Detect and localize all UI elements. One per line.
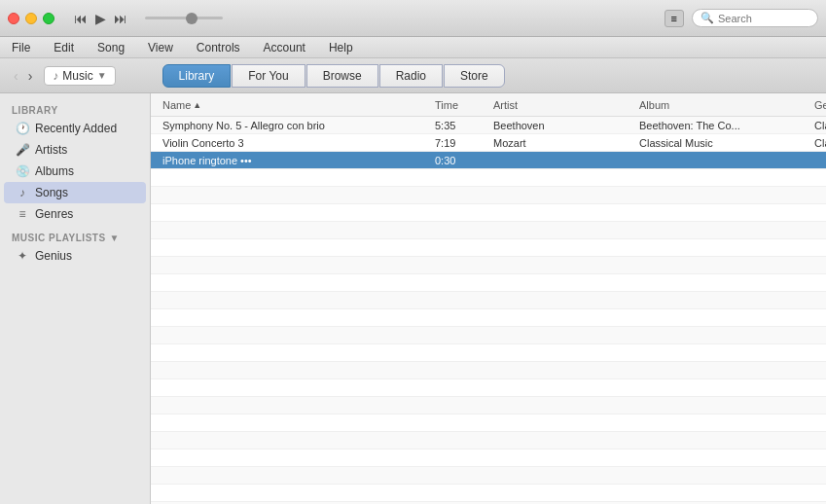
cell-album: Classical Music [635, 135, 810, 151]
tab-store[interactable]: Store [444, 64, 505, 88]
search-icon: 🔍 [700, 12, 714, 24]
sidebar-artists-label: Artists [35, 143, 67, 157]
col-album-label: Album [639, 99, 669, 111]
menu-edit[interactable]: Edit [50, 41, 78, 54]
empty-row [151, 222, 826, 239]
cell-genre [810, 159, 826, 162]
forward-button[interactable]: › [24, 66, 37, 86]
sidebar-genius-label: Genius [35, 249, 72, 263]
menu-account[interactable]: Account [260, 41, 309, 54]
col-name[interactable]: Name ▲ [159, 97, 431, 113]
genres-icon: ≡ [16, 207, 29, 221]
tab-library[interactable]: Library [162, 64, 232, 88]
empty-row [151, 257, 826, 274]
cell-time: 7:19 [431, 135, 489, 151]
col-time-label: Time [435, 99, 458, 111]
cell-artist [489, 159, 635, 162]
menu-song[interactable]: Song [93, 41, 128, 54]
empty-row [151, 450, 826, 467]
menu-bar: File Edit Song View Controls Account Hel… [0, 37, 826, 58]
next-button[interactable]: ⏭ [114, 11, 127, 26]
cell-name: Symphony No. 5 - Allegro con brio [159, 118, 431, 133]
music-icon: ♪ [53, 69, 58, 83]
list-view-button[interactable]: ≡ [664, 10, 684, 27]
col-genre[interactable]: Genre [810, 97, 826, 113]
empty-row [151, 467, 826, 485]
genius-icon: ✦ [16, 249, 29, 263]
col-album[interactable]: Album [635, 97, 810, 113]
playlists-section-label[interactable]: Music Playlists ▼ [0, 225, 150, 245]
title-bar: ⏮ ▶ ⏭ ≡ 🔍 [0, 0, 826, 37]
empty-row [151, 432, 826, 450]
library-section-label: Library [0, 101, 150, 118]
empty-row [151, 379, 826, 397]
sidebar-recently-added-label: Recently Added [35, 122, 117, 135]
close-button[interactable] [8, 13, 19, 24]
cell-genre: Classical [810, 135, 826, 151]
title-bar-right: ≡ 🔍 [664, 9, 818, 27]
sidebar-item-albums[interactable]: 💿 Albums [4, 161, 146, 182]
albums-icon: 💿 [16, 164, 29, 178]
sidebar-item-genius[interactable]: ✦ Genius [4, 245, 146, 267]
search-input[interactable] [718, 13, 809, 24]
table-row[interactable]: Violin Concerto 3 7:19 Mozart Classical … [151, 134, 826, 152]
prev-button[interactable]: ⏮ [74, 11, 88, 26]
col-genre-label: Genre [814, 99, 826, 111]
cell-album: Beethoven: The Co... [635, 118, 810, 133]
search-box[interactable]: 🔍 [692, 9, 818, 27]
empty-row [151, 187, 826, 204]
play-button[interactable]: ▶ [95, 11, 106, 26]
window-controls [8, 13, 54, 24]
cell-time: 0:30 [431, 153, 489, 168]
sidebar-item-recently-added[interactable]: 🕐 Recently Added [4, 118, 146, 139]
tab-group: Library For You Browse Radio Store [162, 64, 505, 88]
location-box[interactable]: ♪ Music ▼ [44, 66, 115, 86]
sidebar-item-artists[interactable]: 🎤 Artists [4, 139, 146, 161]
menu-view[interactable]: View [144, 41, 177, 54]
tab-for-you[interactable]: For You [232, 64, 305, 88]
nav-arrows: ‹ › [10, 66, 36, 86]
col-name-label: Name [162, 99, 191, 111]
col-time[interactable]: Time [431, 97, 489, 113]
menu-controls[interactable]: Controls [193, 41, 244, 54]
minimize-button[interactable] [25, 13, 37, 24]
recently-added-icon: 🕐 [16, 122, 29, 135]
table-row[interactable]: Symphony No. 5 - Allegro con brio 5:35 B… [151, 117, 826, 134]
tab-browse[interactable]: Browse [306, 64, 378, 88]
location-dropdown-icon: ▼ [97, 70, 107, 81]
cell-artist: Beethoven [489, 118, 635, 133]
tab-radio[interactable]: Radio [379, 64, 443, 88]
empty-row [151, 414, 826, 432]
cell-time: 5:35 [431, 118, 489, 133]
sidebar-albums-label: Albums [35, 164, 74, 178]
cell-genre: Classical [810, 118, 826, 133]
sidebar-songs-label: Songs [35, 186, 68, 199]
empty-row [151, 169, 826, 187]
back-button[interactable]: ‹ [10, 66, 22, 86]
cell-artist: Mozart [489, 135, 635, 151]
menu-help[interactable]: Help [325, 41, 357, 54]
location-text: Music [62, 69, 92, 83]
content-area: Name ▲ Time Artist Album Genre Plays [151, 93, 826, 504]
cell-album [635, 159, 810, 162]
menu-file[interactable]: File [8, 41, 34, 54]
table-header: Name ▲ Time Artist Album Genre Plays [151, 93, 826, 117]
sidebar-item-genres[interactable]: ≡ Genres [4, 203, 146, 225]
col-artist[interactable]: Artist [489, 97, 635, 113]
progress-bar[interactable] [145, 17, 223, 19]
playlists-label-text: Music Playlists [12, 233, 106, 243]
table-body: Symphony No. 5 - Allegro con brio 5:35 B… [151, 117, 826, 504]
empty-row [151, 239, 826, 257]
nav-bar: ‹ › ♪ Music ▼ Library For You Browse Rad… [0, 58, 826, 93]
empty-row [151, 344, 826, 362]
playlists-chevron-icon: ▼ [110, 233, 120, 243]
empty-row [151, 292, 826, 309]
col-artist-label: Artist [493, 99, 518, 111]
transport-controls: ⏮ ▶ ⏭ [74, 11, 223, 26]
maximize-button[interactable] [43, 13, 54, 24]
artists-icon: 🎤 [16, 143, 29, 157]
empty-row [151, 397, 826, 414]
sidebar-item-songs[interactable]: ♪ Songs [4, 182, 146, 203]
table-row[interactable]: iPhone ringtone ••• 0:30 ♡ [151, 152, 826, 169]
cell-name: Violin Concerto 3 [159, 135, 431, 151]
